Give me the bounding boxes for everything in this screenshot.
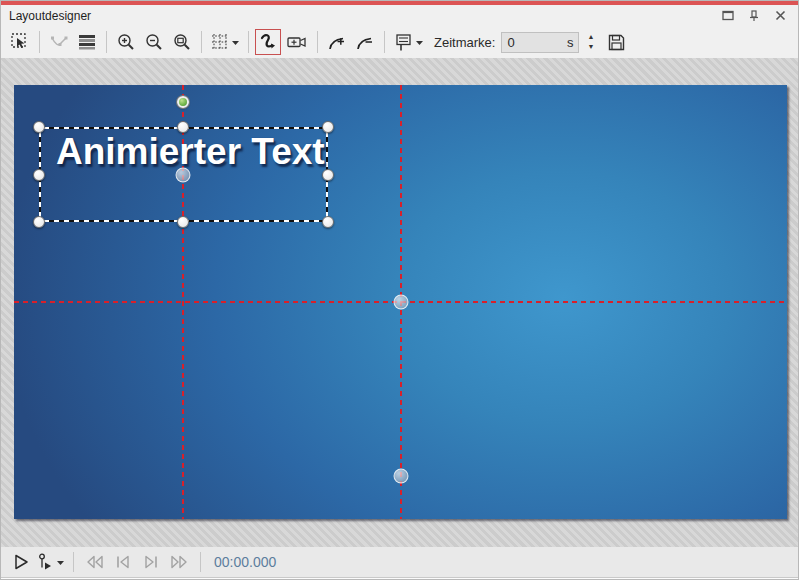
select-tool-button[interactable]: [7, 29, 33, 55]
skip-forward-button[interactable]: [167, 550, 191, 574]
add-keyframe-button[interactable]: [324, 29, 350, 55]
play-from-position-button[interactable]: [37, 550, 64, 574]
playback-bar: 00:00.000: [1, 547, 798, 577]
play-button[interactable]: [9, 550, 33, 574]
window-controls: [720, 5, 788, 26]
zeitmarke-input[interactable]: [507, 35, 567, 50]
spinner-up-button[interactable]: ▲: [584, 32, 597, 42]
layoutdesigner-panel: Layoutdesigner: [0, 0, 799, 580]
spinner-down-button[interactable]: ▼: [584, 42, 597, 52]
resize-handle-s[interactable]: [177, 216, 189, 228]
prev-frame-button[interactable]: [111, 550, 135, 574]
skip-back-icon: [85, 553, 105, 571]
object-center-handle[interactable]: [176, 168, 191, 183]
camera-icon: [286, 32, 308, 52]
separator: [201, 31, 202, 53]
resize-handle-n[interactable]: [177, 121, 189, 133]
layers-button[interactable]: [74, 29, 100, 55]
separator: [200, 552, 201, 572]
curve-tool-button[interactable]: [46, 29, 72, 55]
grid-dropdown-button[interactable]: [208, 29, 242, 55]
layers-icon: [77, 32, 97, 52]
resize-handle-w[interactable]: [33, 169, 45, 181]
chevron-down-icon: [57, 560, 64, 565]
next-frame-button[interactable]: [139, 550, 163, 574]
zoom-out-icon: [144, 32, 164, 52]
skip-forward-icon: [169, 553, 189, 571]
save-icon: [607, 33, 626, 52]
restore-icon[interactable]: [720, 8, 736, 24]
path-point-center[interactable]: [394, 295, 409, 310]
resize-handle-se[interactable]: [322, 216, 334, 228]
select-tool-icon: [10, 32, 30, 52]
titlebar[interactable]: Layoutdesigner: [1, 5, 798, 26]
zoom-fit-button[interactable]: [169, 29, 195, 55]
skip-back-button[interactable]: [83, 550, 107, 574]
remove-keyframe-button[interactable]: [352, 29, 378, 55]
remove-keyframe-icon: [355, 32, 375, 52]
toolbar: Zeitmarke: s ▲ ▼: [1, 26, 798, 58]
zeitmarke-field-wrap: s: [501, 32, 579, 53]
motion-path-icon: [258, 32, 278, 52]
chevron-down-icon: [416, 40, 423, 45]
marker-icon: [394, 33, 413, 52]
zoom-out-button[interactable]: [141, 29, 167, 55]
path-point-bottom[interactable]: [394, 469, 409, 484]
workspace: Animierter Text: [1, 58, 798, 547]
marker-dropdown-button[interactable]: [391, 29, 426, 55]
resize-handle-nw[interactable]: [33, 121, 45, 133]
add-keyframe-icon: [327, 32, 347, 52]
play-icon: [12, 553, 30, 571]
resize-handle-sw[interactable]: [33, 216, 45, 228]
resize-handle-ne[interactable]: [322, 121, 334, 133]
timecode: 00:00.000: [214, 554, 276, 570]
zoom-in-button[interactable]: [113, 29, 139, 55]
play-from-icon: [37, 553, 54, 571]
prev-frame-icon: [114, 553, 132, 571]
zoom-in-icon: [116, 32, 136, 52]
zeitmarke-spinner: ▲ ▼: [584, 32, 597, 52]
zeitmarke-label: Zeitmarke:: [434, 35, 495, 50]
zeitmarke-unit: s: [567, 35, 574, 50]
grid-icon: [211, 33, 229, 51]
separator: [384, 31, 385, 53]
separator: [317, 31, 318, 53]
save-button[interactable]: [603, 29, 629, 55]
pin-icon[interactable]: [746, 8, 762, 24]
panel-title: Layoutdesigner: [9, 9, 91, 23]
rotation-handle[interactable]: [177, 96, 189, 108]
separator: [106, 31, 107, 53]
layout-canvas[interactable]: Animierter Text: [14, 85, 787, 519]
chevron-down-icon: [232, 40, 239, 45]
close-icon[interactable]: [772, 8, 788, 24]
curve-tool-icon: [49, 32, 69, 52]
separator: [73, 552, 74, 572]
next-frame-icon: [142, 553, 160, 571]
resize-handle-e[interactable]: [322, 169, 334, 181]
camera-button[interactable]: [283, 29, 311, 55]
zoom-fit-icon: [172, 32, 192, 52]
motion-path-button[interactable]: [255, 29, 281, 55]
separator: [39, 31, 40, 53]
animated-text-object[interactable]: Animierter Text: [56, 131, 325, 173]
separator: [248, 31, 249, 53]
